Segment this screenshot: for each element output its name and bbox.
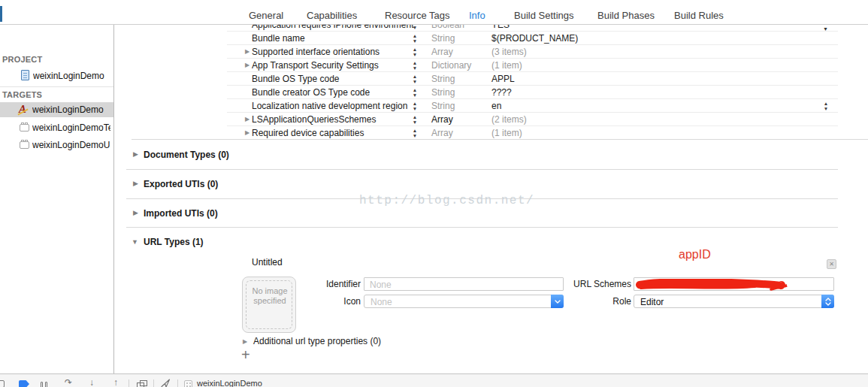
plist-key[interactable]: Localization native development region bbox=[252, 101, 407, 111]
plist-row[interactable]: ▶Bundle creator OS Type code▲▼String???? bbox=[227, 86, 838, 99]
plist-key[interactable]: Application requires iPhone environment bbox=[252, 25, 413, 30]
plist-key[interactable]: LSApplicationQueriesSchemes bbox=[252, 114, 376, 125]
disclosure-triangle-icon[interactable]: ▶ bbox=[133, 209, 138, 216]
simulate-location-icon[interactable] bbox=[161, 379, 171, 387]
plist-type[interactable]: Array bbox=[431, 128, 453, 138]
target-item-label[interactable]: weixinLoginDemo bbox=[32, 104, 104, 115]
plist-value[interactable]: YES bbox=[491, 25, 510, 30]
plist-value[interactable]: (1 item) bbox=[491, 60, 522, 71]
tab-build-rules[interactable]: Build Rules bbox=[674, 10, 724, 21]
url-type-image-well[interactable]: No image specified bbox=[242, 277, 296, 333]
tab-resource-tags[interactable]: Resource Tags bbox=[385, 10, 449, 21]
plist-key[interactable]: Bundle OS Type code bbox=[252, 74, 340, 84]
plist-key[interactable]: Supported interface orientations bbox=[252, 47, 380, 57]
role-popup[interactable]: Editor bbox=[634, 295, 834, 308]
plist-value[interactable]: (2 items) bbox=[491, 114, 527, 125]
plist-row[interactable]: ▶LSApplicationQueriesSchemes▲▼Array(2 it… bbox=[227, 113, 838, 126]
tab-capabilities[interactable]: Capabilities bbox=[307, 10, 357, 21]
disclosure-triangle-icon[interactable]: ▶ bbox=[245, 129, 250, 136]
value-dropdown-icon[interactable]: ▼ bbox=[823, 26, 828, 32]
plist-row[interactable]: ▶Bundle OS Type code▲▼StringAPPL bbox=[227, 72, 838, 86]
plist-row[interactable]: ▶App Transport Security Settings▲▼Dictio… bbox=[227, 59, 838, 72]
plist-value[interactable]: (3 items) bbox=[491, 47, 527, 57]
section-separator bbox=[126, 227, 838, 228]
plist-row[interactable]: ▶Localization native development region▲… bbox=[227, 99, 838, 113]
plist-row[interactable]: ▶Bundle name▲▼String$(PRODUCT_NAME) bbox=[227, 32, 838, 45]
tab-build-phases[interactable]: Build Phases bbox=[597, 10, 655, 21]
disclosure-triangle-icon[interactable]: ▶ bbox=[133, 150, 138, 158]
plist-value[interactable]: $(PRODUCT_NAME) bbox=[491, 33, 578, 44]
key-stepper-icon[interactable]: ▲▼ bbox=[412, 114, 418, 125]
disclosure-triangle-icon[interactable]: ▶ bbox=[133, 180, 138, 187]
plist-row[interactable]: ▶Supported interface orientations▲▼Array… bbox=[227, 45, 838, 59]
plist-type[interactable]: String bbox=[431, 33, 455, 44]
watermark-text: http://blog.csdn.net/ bbox=[359, 194, 534, 207]
plist-table: ▶Application requires iPhone environment… bbox=[227, 25, 838, 140]
value-stepper-icon[interactable]: ▲▼ bbox=[823, 101, 829, 111]
key-stepper-icon[interactable]: ▲▼ bbox=[412, 25, 418, 30]
plist-type[interactable]: Array bbox=[431, 114, 453, 125]
section-header-document-types-0[interactable]: Document Types (0) bbox=[144, 150, 229, 160]
target-item-label[interactable]: weixinLoginDemoTe... bbox=[32, 122, 110, 133]
scheme-name-label[interactable]: weixinLoginDemo bbox=[197, 379, 262, 387]
plist-value[interactable]: en bbox=[491, 101, 501, 111]
project-item-label[interactable]: weixinLoginDemo bbox=[33, 71, 104, 81]
plist-type[interactable]: Array bbox=[431, 47, 453, 57]
annotation-appid: appID bbox=[679, 248, 711, 262]
disclosure-triangle-icon[interactable]: ▶ bbox=[245, 62, 250, 68]
breakpoints-toggle-icon[interactable] bbox=[19, 380, 29, 387]
section-header-exported-utis-0[interactable]: Exported UTIs (0) bbox=[144, 179, 218, 189]
step-into-icon[interactable]: ↓ bbox=[89, 377, 94, 387]
plist-type[interactable]: Boolean bbox=[431, 25, 464, 30]
tab-info[interactable]: Info bbox=[469, 10, 485, 21]
role-popup-value: Editor bbox=[640, 297, 664, 307]
pause-icon[interactable] bbox=[41, 379, 50, 387]
disclosure-triangle-icon[interactable]: ▶ bbox=[243, 338, 247, 345]
test-target-icon bbox=[20, 122, 29, 132]
key-stepper-icon[interactable]: ▲▼ bbox=[412, 33, 418, 44]
url-schemes-field[interactable] bbox=[634, 277, 834, 291]
key-stepper-icon[interactable]: ▲▼ bbox=[412, 128, 418, 138]
disclosure-triangle-icon[interactable]: ▼ bbox=[132, 238, 138, 246]
sidebar-content-divider[interactable] bbox=[113, 25, 114, 373]
left-edge-blue-bar bbox=[0, 6, 2, 22]
additional-properties-label[interactable]: Additional url type properties (0) bbox=[253, 336, 381, 346]
plist-value[interactable]: ???? bbox=[491, 87, 512, 98]
plist-value[interactable]: APPL bbox=[491, 74, 515, 84]
plist-value[interactable]: (1 item) bbox=[491, 128, 522, 138]
step-over-icon[interactable]: ↷ bbox=[65, 377, 72, 387]
section-header-url-types-1[interactable]: URL Types (1) bbox=[144, 237, 204, 247]
chevron-up-down-icon[interactable] bbox=[821, 295, 834, 308]
debug-area-toggle-button[interactable] bbox=[0, 380, 5, 387]
target-item-label[interactable]: weixinLoginDemoUI... bbox=[32, 140, 110, 150]
add-url-type-button[interactable]: + bbox=[241, 346, 250, 364]
key-stepper-icon[interactable]: ▲▼ bbox=[412, 60, 418, 71]
icon-popup[interactable]: None bbox=[364, 295, 564, 308]
plist-key[interactable]: Bundle name bbox=[252, 33, 305, 44]
plist-type[interactable]: Dictionary bbox=[431, 60, 471, 71]
plist-type[interactable]: String bbox=[431, 74, 455, 84]
plist-row[interactable]: ▶Required device capabilities▲▼Array(1 i… bbox=[227, 126, 838, 140]
view-hierarchy-icon[interactable] bbox=[137, 380, 148, 387]
key-stepper-icon[interactable]: ▲▼ bbox=[412, 47, 418, 57]
project-section-header: PROJECT bbox=[2, 55, 42, 64]
close-icon[interactable]: ✕ bbox=[827, 259, 836, 269]
section-header-imported-utis-0[interactable]: Imported UTIs (0) bbox=[144, 208, 218, 219]
url-type-name[interactable]: Untitled bbox=[252, 257, 283, 268]
disclosure-triangle-icon[interactable]: ▶ bbox=[245, 48, 250, 55]
key-stepper-icon[interactable]: ▲▼ bbox=[412, 101, 418, 111]
step-out-icon[interactable]: ↑ bbox=[113, 377, 118, 387]
disclosure-triangle-icon[interactable]: ▶ bbox=[245, 116, 250, 122]
plist-row[interactable]: ▶Application requires iPhone environment… bbox=[227, 25, 838, 32]
identifier-field[interactable]: None bbox=[364, 277, 564, 291]
tab-general[interactable]: General bbox=[249, 10, 283, 21]
plist-key[interactable]: App Transport Security Settings bbox=[252, 60, 379, 71]
key-stepper-icon[interactable]: ▲▼ bbox=[412, 87, 418, 98]
plist-type[interactable]: String bbox=[431, 87, 455, 98]
key-stepper-icon[interactable]: ▲▼ bbox=[412, 74, 418, 84]
tab-build-settings[interactable]: Build Settings bbox=[514, 10, 574, 21]
plist-key[interactable]: Bundle creator OS Type code bbox=[252, 87, 370, 98]
project-navigator-sidebar: PROJECT weixinLoginDemo TARGETS A weixin… bbox=[0, 25, 113, 373]
plist-type[interactable]: String bbox=[431, 101, 455, 111]
plist-key[interactable]: Required device capabilities bbox=[252, 128, 364, 138]
